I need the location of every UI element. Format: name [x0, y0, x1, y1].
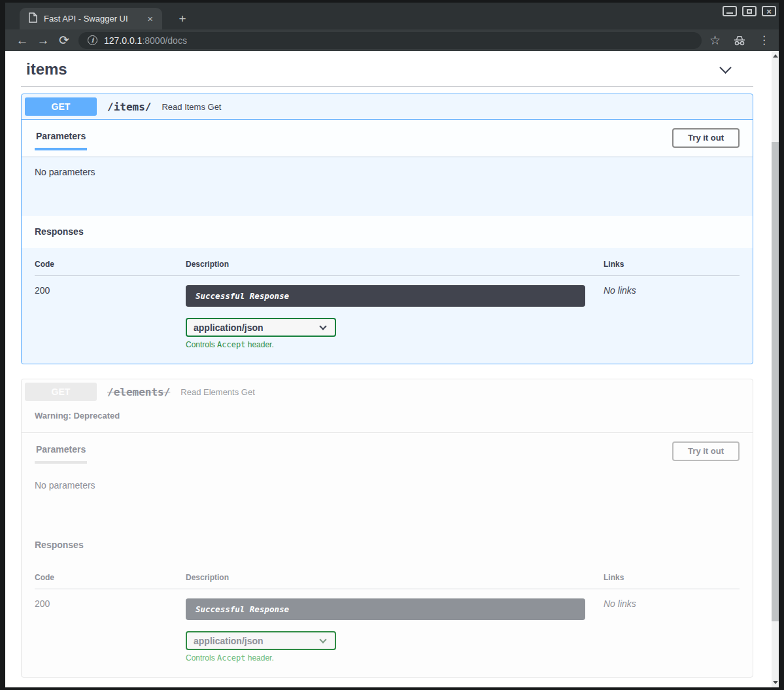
section-divider [21, 86, 753, 87]
links-column-header: Links [604, 573, 740, 582]
response-links: No links [604, 598, 740, 663]
responses-heading: Responses [22, 216, 753, 248]
description-column-header: Description [186, 573, 604, 582]
section-collapse-chevron-down-icon[interactable] [719, 61, 731, 73]
vertical-scrollbar[interactable] [772, 51, 779, 687]
no-parameters-text: No parameters [22, 470, 753, 529]
code-column-header: Code [35, 260, 186, 269]
try-it-out-button[interactable]: Try it out [672, 128, 740, 148]
section-title: items [26, 60, 67, 78]
endpoint-path: /elements/ [107, 386, 170, 398]
method-badge: GET [25, 383, 97, 401]
opblock-summary[interactable]: GET /items/ Read Items Get [22, 94, 753, 120]
response-row: 200 Successful Response application/json… [35, 589, 740, 663]
tab-close-icon[interactable]: × [145, 12, 156, 25]
opblock-get-elements-deprecated: GET /elements/ Read Elements Get Warning… [21, 379, 753, 678]
reload-icon[interactable]: ⟳ [54, 33, 75, 48]
tab-title: Fast API - Swagger UI [44, 14, 138, 24]
response-description: Successful Response [186, 598, 585, 620]
try-it-out-button[interactable]: Try it out [672, 441, 740, 461]
page-favicon-icon [29, 12, 37, 26]
url-path: :8000/docs [142, 35, 187, 46]
media-type-select[interactable]: application/json [186, 318, 336, 337]
response-code: 200 [35, 598, 186, 663]
chevron-down-icon [319, 322, 326, 330]
description-column-header: Description [186, 260, 604, 269]
minimize-button[interactable] [723, 6, 737, 16]
browser-toolbar: ← → ⟳ i 127.0.0.1:8000/docs ☆ ⋮ [5, 29, 779, 51]
browser-menu-icon[interactable]: ⋮ [758, 33, 770, 47]
no-parameters-text: No parameters [22, 156, 753, 216]
url-host: 127.0.0.1 [104, 35, 142, 46]
responses-heading: Responses [22, 529, 753, 561]
media-type-value: application/json [194, 636, 264, 646]
close-button[interactable]: × [762, 6, 776, 16]
endpoint-summary: Read Items Get [162, 102, 221, 112]
media-type-select[interactable]: application/json [186, 631, 336, 650]
scrollbar-thumb[interactable] [772, 142, 779, 621]
scroll-up-arrow-icon[interactable] [772, 51, 779, 61]
browser-tab[interactable]: Fast API - Swagger UI × [20, 8, 162, 29]
maximize-button[interactable] [742, 6, 757, 16]
endpoint-summary: Read Elements Get [180, 387, 254, 397]
endpoint-path: /items/ [107, 101, 151, 113]
incognito-icon [732, 35, 747, 46]
scroll-down-arrow-icon[interactable] [772, 678, 779, 687]
accept-header-note: Controls Accept header. [186, 653, 585, 663]
window-controls: × [723, 6, 776, 16]
chevron-down-icon [319, 636, 326, 643]
responses-table-header: Code Description Links [35, 260, 740, 276]
response-row: 200 Successful Response application/json… [35, 276, 740, 349]
response-description: Successful Response [186, 285, 585, 307]
links-column-header: Links [604, 260, 740, 269]
opblock-get-items: GET /items/ Read Items Get Parameters Tr… [21, 94, 753, 364]
site-info-icon[interactable]: i [88, 35, 97, 45]
response-links: No links [604, 285, 740, 349]
parameters-tab[interactable]: Parameters [35, 126, 87, 150]
page-content: items GET /items/ Read Items Get Paramet… [5, 51, 779, 687]
forward-icon[interactable]: → [33, 33, 54, 48]
parameters-tab[interactable]: Parameters [35, 439, 87, 464]
response-code: 200 [35, 285, 186, 349]
method-badge: GET [25, 97, 97, 116]
new-tab-button[interactable]: + [174, 10, 191, 27]
opblock-summary[interactable]: GET /elements/ Read Elements Get [22, 379, 753, 404]
accept-header-note: Controls Accept header. [186, 340, 585, 349]
bookmark-star-icon[interactable]: ☆ [709, 33, 721, 48]
back-icon[interactable]: ← [12, 33, 33, 48]
code-column-header: Code [35, 573, 186, 582]
deprecated-warning: Warning: Deprecated [22, 404, 753, 432]
tab-strip: Fast API - Swagger UI × + × [5, 3, 779, 29]
media-type-value: application/json [194, 322, 264, 333]
address-bar[interactable]: i 127.0.0.1:8000/docs [78, 32, 702, 49]
responses-table-header: Code Description Links [35, 573, 740, 589]
